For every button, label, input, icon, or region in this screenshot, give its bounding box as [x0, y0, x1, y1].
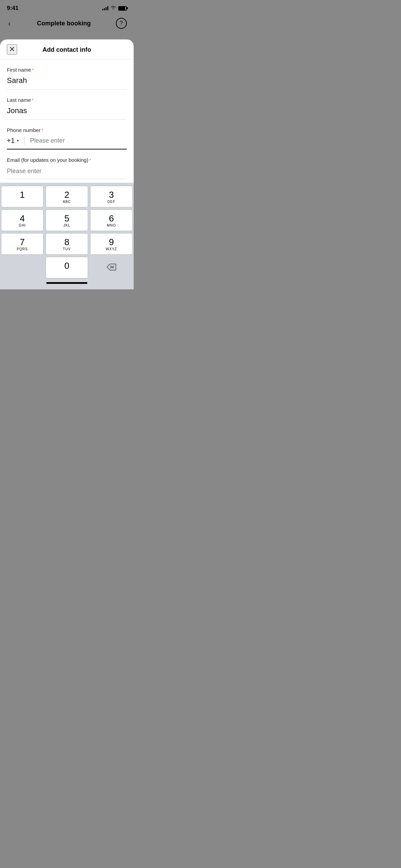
backspace-icon: [107, 264, 116, 273]
phone-row: +1 ▾: [7, 136, 127, 149]
phone-group: Phone number* +1 ▾: [7, 120, 127, 149]
last-name-group: Last name* Jonas: [7, 89, 127, 120]
status-icons: [102, 5, 127, 11]
keypad-row-3: 7 PQRS 8 TUV 9 WXYZ: [0, 232, 134, 256]
key-9[interactable]: 9 WXYZ: [90, 233, 133, 255]
first-name-value[interactable]: Sarah: [7, 76, 127, 89]
key-4[interactable]: 4 GHI: [1, 209, 44, 231]
keypad-row-2: 4 GHI 5 JKL 6 MNO: [0, 208, 134, 232]
key-0[interactable]: 0: [46, 257, 88, 278]
first-name-group: First name* Sarah: [7, 59, 127, 89]
key-8[interactable]: 8 TUV: [46, 233, 88, 255]
status-time: 9:41: [7, 5, 19, 12]
nav-bar: ‹ Complete booking ?: [0, 14, 134, 34]
phone-input[interactable]: [30, 137, 127, 144]
phone-country-code: +1: [7, 137, 15, 145]
required-star: *: [32, 68, 34, 73]
keypad-row-4: 0: [0, 256, 134, 279]
required-star: *: [32, 98, 34, 103]
home-bar: [46, 282, 87, 284]
modal-header: ✕ Add contact info: [0, 39, 134, 59]
battery-icon: [118, 6, 127, 11]
keypad-row-1: 1 2 ABC 3 DEF: [0, 185, 134, 208]
key-7[interactable]: 7 PQRS: [1, 233, 44, 255]
email-group: Email (for updates on your booking)*: [7, 149, 127, 179]
key-6[interactable]: 6 MNO: [90, 209, 133, 231]
back-button[interactable]: ‹: [7, 18, 12, 29]
phone-divider: [24, 136, 25, 145]
status-bar: 9:41: [0, 0, 134, 14]
numeric-keypad: 1 2 ABC 3 DEF 4 GHI 5 JKL 6: [0, 183, 134, 289]
help-button[interactable]: ?: [116, 18, 127, 29]
backspace-button[interactable]: [90, 257, 133, 278]
phone-country-selector[interactable]: +1 ▾: [7, 137, 24, 145]
phone-label: Phone number*: [7, 127, 127, 133]
last-name-value[interactable]: Jonas: [7, 106, 127, 120]
chevron-down-icon: ▾: [17, 138, 19, 143]
key-1[interactable]: 1: [1, 186, 44, 207]
first-name-label: First name*: [7, 67, 127, 73]
home-indicator: [0, 279, 134, 289]
key-2[interactable]: 2 ABC: [46, 186, 88, 207]
key-5[interactable]: 5 JKL: [46, 209, 88, 231]
wifi-icon: [110, 5, 116, 11]
key-empty: [1, 257, 44, 278]
key-3[interactable]: 3 DEF: [90, 186, 133, 207]
modal-close-button[interactable]: ✕: [7, 44, 17, 55]
phone-required-star: *: [41, 128, 43, 133]
email-input[interactable]: [7, 168, 127, 179]
modal-title: Add contact info: [7, 46, 127, 53]
last-name-label: Last name*: [7, 97, 127, 103]
email-label: Email (for updates on your booking)*: [7, 157, 127, 163]
modal-sheet: ✕ Add contact info First name* Sarah Las…: [0, 39, 134, 289]
signal-icon: [102, 6, 108, 10]
email-required-star: *: [89, 158, 91, 163]
nav-title: Complete booking: [37, 20, 91, 27]
